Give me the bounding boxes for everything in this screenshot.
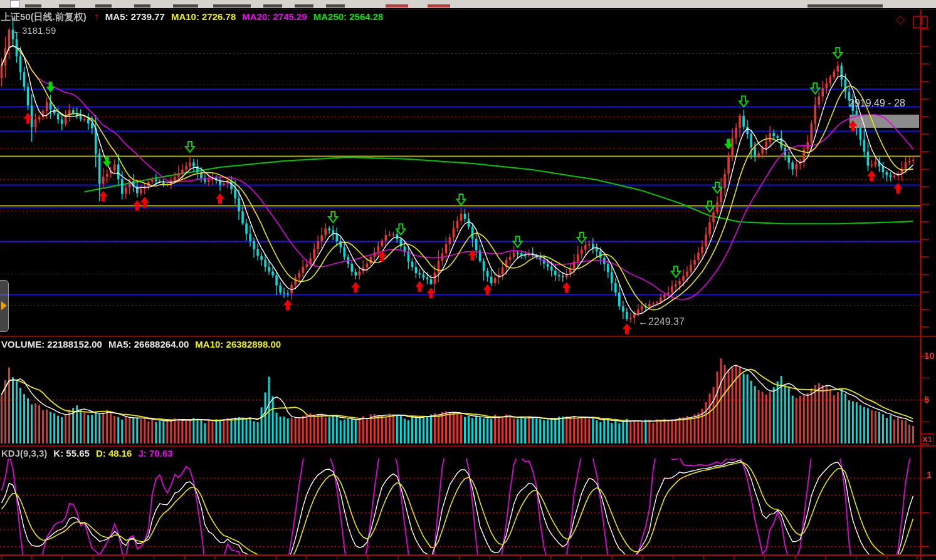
- kdj-j-value: J: 70.63: [138, 448, 172, 459]
- high-annotation: ←3181.59: [13, 25, 56, 36]
- volume-ma5-value: MA5: 26688264.00: [108, 339, 189, 350]
- kdj-name: KDJ(9,3,3): [1, 448, 47, 459]
- stock-app-window: { "toolbar": {"note": "menu bar clipped …: [0, 0, 936, 560]
- sidebar-expand-handle[interactable]: [0, 280, 9, 332]
- ma10-value: MA10: 2726.78: [171, 11, 236, 22]
- range-annotation: 2919.49 - 28: [849, 98, 905, 108]
- trend-up-icon: ↑: [94, 11, 99, 22]
- window-layout-icon[interactable]: [913, 16, 928, 28]
- ma20-value: MA20: 2745.29: [242, 11, 307, 22]
- diamond-icon[interactable]: ◇: [896, 14, 905, 24]
- ma250-value: MA250: 2564.28: [313, 11, 384, 22]
- main-chart-canvas[interactable]: [0, 0, 936, 560]
- main-pane-header: 上证50(日线.前复权)↑MA5: 2739.77MA10: 2726.78MA…: [1, 11, 389, 22]
- low-annotation: ←2249.37: [638, 316, 685, 327]
- ma5-value: MA5: 2739.77: [105, 11, 165, 22]
- volume-multiplier-label: X1: [920, 433, 934, 446]
- volume-axis-mid-label: 5: [924, 394, 929, 405]
- volume-value: VOLUME: 22188152.00: [1, 339, 102, 350]
- volume-pane-header: VOLUME: 22188152.00MA5: 26688264.00MA10:…: [1, 339, 287, 350]
- kdj-d-value: D: 48.16: [96, 448, 132, 459]
- volume-axis-top-label: 10: [924, 350, 935, 361]
- expand-arrow-icon: [1, 301, 7, 310]
- kdj-axis-top-label: 1: [927, 469, 932, 480]
- volume-ma10-value: MA10: 26382898.00: [195, 339, 281, 350]
- kdj-k-value: K: 55.65: [53, 448, 90, 459]
- kdj-pane-header: KDJ(9,3,3)K: 55.65D: 48.16J: 70.63: [1, 448, 179, 459]
- symbol-title: 上证50(日线.前复权): [1, 11, 87, 22]
